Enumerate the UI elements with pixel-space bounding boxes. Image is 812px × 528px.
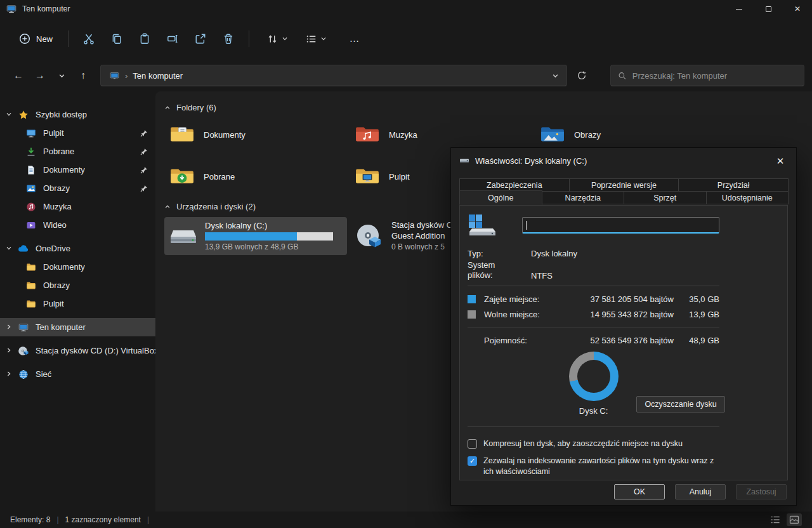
maximize-button[interactable] <box>754 0 783 18</box>
share-icon <box>195 33 206 44</box>
back-button[interactable]: ← <box>8 65 29 86</box>
ok-button[interactable]: OK <box>614 484 665 499</box>
minimize-icon <box>736 9 742 10</box>
view-button[interactable] <box>299 27 333 50</box>
recent-locations-button[interactable] <box>51 65 72 86</box>
search-box[interactable] <box>610 65 804 86</box>
apply-button[interactable]: Zastosuj <box>736 484 787 499</box>
address-dropdown-button[interactable] <box>552 72 559 79</box>
chevron-right-icon[interactable] <box>6 324 12 330</box>
sort-button[interactable] <box>261 27 294 50</box>
rename-button[interactable] <box>159 27 187 50</box>
sidebar-item-this-pc[interactable]: Ten komputer <box>0 318 155 336</box>
tab-security[interactable]: Zabezpieczenia <box>459 178 570 192</box>
pin-icon <box>140 148 148 155</box>
navigation-bar: ← → ↑ › Ten komputer <box>0 60 812 91</box>
sidebar-item-onedrive-documents[interactable]: Dokumenty <box>0 258 155 276</box>
copy-icon <box>111 33 122 44</box>
pictures-folder-icon <box>540 124 565 145</box>
chevron-down-icon[interactable] <box>6 245 12 251</box>
window-title: Ten komputer <box>22 4 70 13</box>
chevron-right-icon[interactable] <box>6 371 12 377</box>
search-input[interactable] <box>632 71 797 81</box>
folder-tile-downloads[interactable]: Pobrane <box>164 157 337 195</box>
chevron-right-icon[interactable] <box>6 347 12 353</box>
titlebar: Ten komputer ✕ <box>0 0 812 18</box>
free-space-bytes: 14 955 343 872 bajtów <box>579 310 674 319</box>
tab-tools[interactable]: Narzędzia <box>542 191 625 204</box>
sidebar-item-pictures[interactable]: Obrazy <box>0 179 155 197</box>
new-button[interactable]: New <box>10 27 62 50</box>
sidebar-item-desktop[interactable]: Pulpit <box>0 124 155 142</box>
sidebar-item-downloads[interactable]: Pobrane <box>0 142 155 161</box>
tab-row-1: Zabezpieczenia Poprzednie wersje Przydzi… <box>459 178 788 191</box>
volume-label-input[interactable] <box>522 217 719 234</box>
compress-checkbox[interactable] <box>468 439 477 449</box>
sidebar-item-onedrive[interactable]: OneDrive <box>0 239 155 258</box>
tab-previous-versions[interactable]: Poprzednie wersje <box>569 178 679 192</box>
more-options-button[interactable]: … <box>342 27 367 50</box>
pictures-icon <box>25 183 37 194</box>
delete-button[interactable] <box>214 27 242 50</box>
free-space-row: Wolne miejsce: 14 955 343 872 bajtów 13,… <box>468 307 719 322</box>
cut-button[interactable] <box>75 27 103 50</box>
sidebar-item-network[interactable]: Sieć <box>0 365 155 383</box>
sidebar-item-documents[interactable]: Dokumenty <box>0 161 155 179</box>
music-icon <box>25 202 37 212</box>
index-checkbox[interactable] <box>468 456 477 466</box>
compress-checkbox-label: Kompresuj ten dysk, aby zaoszczędzić mie… <box>483 439 683 449</box>
thumbnails-view-button[interactable] <box>787 513 802 526</box>
address-bar[interactable]: › Ten komputer <box>100 65 567 86</box>
paste-button[interactable] <box>131 27 159 50</box>
sidebar-item-onedrive-pictures[interactable]: Obrazy <box>0 276 155 294</box>
this-pc-icon <box>6 4 16 14</box>
tab-sharing[interactable]: Udostępnianie <box>706 191 789 204</box>
chevron-down-icon[interactable] <box>6 111 12 117</box>
cancel-button[interactable]: Anuluj <box>675 484 726 499</box>
breadcrumb[interactable]: Ten komputer <box>133 71 183 81</box>
used-space-size: 35,0 GB <box>674 294 719 304</box>
tab-quota[interactable]: Przydział <box>678 178 789 192</box>
sidebar-item-label: Pulpit <box>43 128 64 138</box>
refresh-button[interactable] <box>570 65 594 86</box>
sidebar-item-label: Pulpit <box>43 299 64 308</box>
drive-usage-bar <box>205 232 333 241</box>
details-view-button[interactable] <box>768 513 783 526</box>
capacity-row: Pojemność: 52 536 549 376 bajtów 48,9 GB <box>468 333 719 348</box>
capacity-label: Pojemność: <box>484 336 579 345</box>
sidebar-item-quick-access[interactable]: Szybki dostęp <box>0 105 155 124</box>
folder-name: Dokumenty <box>204 130 246 140</box>
this-pc-icon <box>108 70 120 81</box>
tab-label: Narzędzia <box>565 194 601 202</box>
close-icon: ✕ <box>794 4 801 13</box>
sidebar-item-videos[interactable]: Wideo <box>0 216 155 234</box>
tab-hardware[interactable]: Sprzęt <box>624 191 707 204</box>
drive-free-space: 0 B wolnych z 5 <box>391 242 452 253</box>
close-icon: ✕ <box>776 155 785 167</box>
paste-icon <box>139 33 150 44</box>
minimize-button[interactable] <box>724 0 754 18</box>
section-header-folders[interactable]: Foldery (6) <box>164 103 216 112</box>
close-button[interactable]: ✕ <box>783 0 812 18</box>
separator <box>468 327 719 327</box>
share-button[interactable] <box>187 27 214 50</box>
back-icon: ← <box>13 70 23 81</box>
drive-tile-local-c[interactable]: Dysk lokalny (C:) 13,9 GB wolnych z 48,9… <box>164 217 347 255</box>
up-button[interactable]: ↑ <box>72 65 94 86</box>
compress-checkbox-row[interactable]: Kompresuj ten dysk, aby zaoszczędzić mie… <box>468 439 719 449</box>
sidebar-item-label: Dokumenty <box>43 165 85 175</box>
folder-tile-documents[interactable]: Dokumenty <box>164 116 337 154</box>
filesystem-value: NTFS <box>531 271 553 280</box>
status-divider: | <box>56 515 58 524</box>
index-checkbox-row[interactable]: Zezwalaj na indeksowanie zawartości plik… <box>468 456 719 477</box>
disk-cleanup-button[interactable]: Oczyszczanie dysku <box>636 396 725 412</box>
tab-general[interactable]: Ogólne <box>459 190 542 205</box>
copy-button[interactable] <box>103 27 131 50</box>
section-header-drives[interactable]: Urządzenia i dyski (2) <box>164 202 256 211</box>
sidebar-item-cd-drive[interactable]: Stacja dysków CD (D:) VirtualBox <box>0 341 155 360</box>
folder-name: Pulpit <box>389 172 410 182</box>
sidebar-item-music[interactable]: Muzyka <box>0 197 155 216</box>
dialog-close-button[interactable]: ✕ <box>771 153 790 169</box>
sidebar-item-onedrive-desktop[interactable]: Pulpit <box>0 294 155 313</box>
forward-button[interactable]: → <box>29 65 51 86</box>
